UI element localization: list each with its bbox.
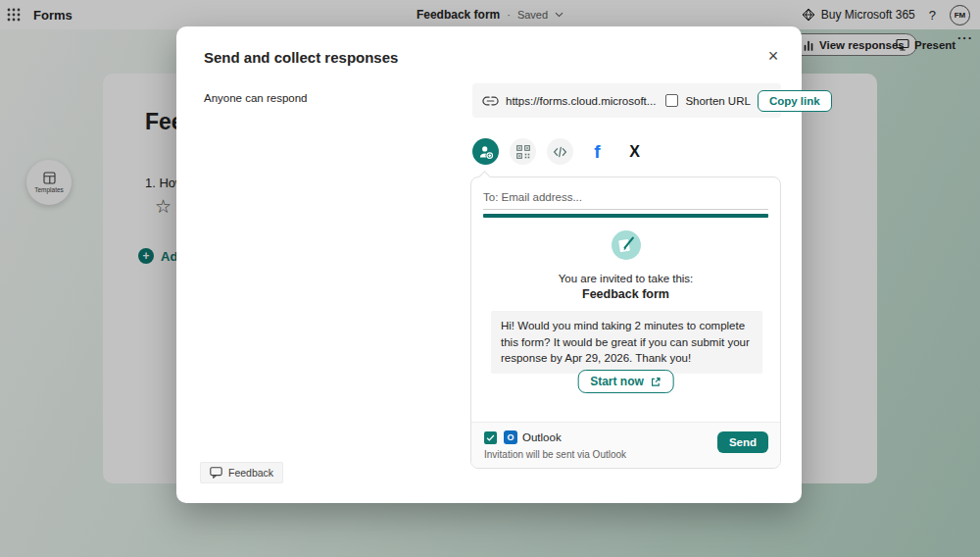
external-link-icon: [651, 377, 662, 387]
link-icon: [482, 96, 499, 106]
dialog-title: Send and collect responses: [204, 49, 398, 66]
forms-app-page: Forms Feedback form · Saved Buy Microsof…: [0, 0, 980, 557]
x-logo-icon: X: [629, 144, 640, 160]
email-invitation-panel: You are invited to take this: Feedback f…: [470, 177, 781, 469]
form-url[interactable]: https://forms.cloud.microsoft...: [506, 95, 656, 107]
person-add-icon: [478, 144, 494, 160]
qr-code-icon: [516, 145, 530, 159]
shorten-url-checkbox[interactable]: [665, 94, 678, 107]
feedback-button[interactable]: Feedback: [200, 462, 283, 483]
send-button[interactable]: Send: [717, 431, 768, 453]
invitation-message[interactable]: Hi! Would you mind taking 2 minutes to c…: [491, 311, 762, 374]
share-via-email-button[interactable]: [472, 138, 499, 165]
audience-setting[interactable]: Anyone can respond: [204, 92, 308, 104]
share-facebook-button[interactable]: f: [584, 138, 611, 165]
share-options-row: f X: [472, 138, 648, 165]
start-now-label: Start now: [590, 375, 644, 388]
speech-bubble-icon: [210, 467, 222, 479]
share-link-row: https://forms.cloud.microsoft... Shorten…: [472, 83, 781, 118]
close-icon[interactable]: ×: [764, 47, 782, 65]
send-footer: O Outlook Invitation will be sent via Ou…: [471, 422, 780, 468]
shorten-url-label[interactable]: Shorten URL: [685, 95, 750, 107]
copy-link-button[interactable]: Copy link: [758, 90, 832, 112]
send-and-collect-dialog: Send and collect responses × Anyone can …: [176, 26, 802, 503]
email-to-input[interactable]: [483, 187, 768, 210]
panel-notch: [478, 171, 491, 183]
outlook-note: Invitation will be sent via Outlook: [484, 449, 626, 460]
feedback-label: Feedback: [228, 467, 273, 479]
pencil-paper-icon: [612, 230, 641, 260]
outlook-icon: O: [504, 430, 517, 444]
share-x-button[interactable]: X: [621, 138, 648, 165]
invite-form-name: Feedback form: [471, 287, 780, 301]
outlook-checkbox[interactable]: [484, 431, 497, 444]
outlook-label[interactable]: Outlook: [522, 431, 562, 443]
share-embed-code-button[interactable]: [547, 138, 573, 165]
start-now-button[interactable]: Start now: [577, 370, 674, 393]
share-via-qr-button[interactable]: [510, 138, 536, 165]
email-header-bar: [483, 214, 768, 218]
embed-code-icon: [553, 146, 567, 158]
invite-line: You are invited to take this:: [471, 273, 780, 284]
facebook-icon: f: [594, 142, 600, 161]
